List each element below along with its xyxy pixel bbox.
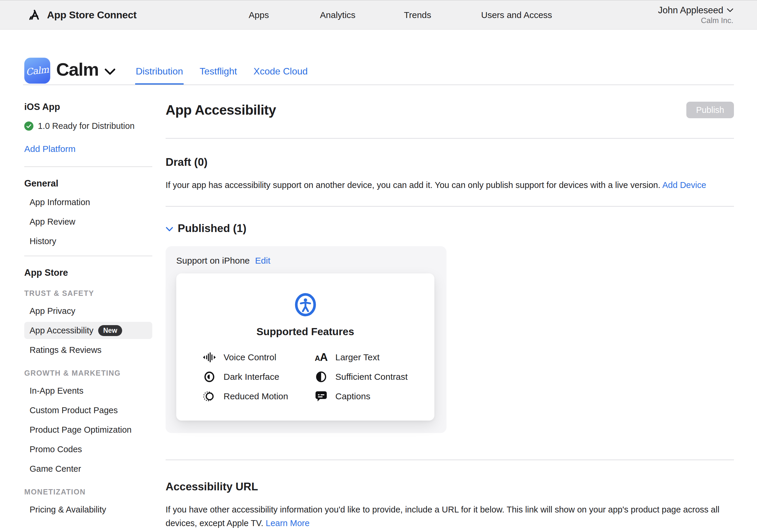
app-store-connect-window: App Store Connect Apps Analytics Trends … bbox=[0, 0, 757, 532]
version-status: 1.0 Ready for Distribution bbox=[24, 121, 152, 131]
page-header-row: App Accessibility Publish bbox=[166, 102, 734, 119]
sufficient-contrast-icon bbox=[314, 371, 328, 383]
tab-xcode-cloud[interactable]: Xcode Cloud bbox=[253, 66, 308, 85]
app-switcher[interactable]: Calm bbox=[56, 56, 116, 84]
version-status-label: 1.0 Ready for Distribution bbox=[38, 121, 135, 131]
feature-label: Reduced Motion bbox=[224, 391, 288, 401]
sidebar-growth-marketing-list: In-App Events Custom Product Pages Produ… bbox=[24, 381, 152, 479]
feature-reduced-motion: Reduced Motion bbox=[202, 390, 314, 403]
sidebar-item-game-center[interactable]: Game Center bbox=[24, 459, 152, 479]
feature-label: Sufficient Contrast bbox=[335, 372, 408, 382]
feature-voice-control: Voice Control bbox=[202, 351, 314, 364]
divider bbox=[24, 166, 152, 167]
sidebar-item-pricing-availability[interactable]: Pricing & Availability bbox=[24, 500, 152, 519]
edit-link[interactable]: Edit bbox=[255, 256, 271, 266]
nav-item-analytics[interactable]: Analytics bbox=[320, 1, 355, 29]
published-section-toggle[interactable]: Published (1) bbox=[166, 222, 734, 235]
captions-icon bbox=[314, 391, 328, 402]
sidebar-item-ratings-reviews[interactable]: Ratings & Reviews bbox=[24, 340, 152, 360]
app-icon-script: Calm bbox=[25, 64, 49, 77]
accessibility-url-description: If you have other accessibility informat… bbox=[166, 503, 734, 530]
support-row: Support on iPhone Edit bbox=[176, 256, 435, 266]
feature-label: Voice Control bbox=[224, 352, 276, 362]
sidebar-trust-safety-list: App Privacy App Accessibility New Rating… bbox=[24, 301, 152, 360]
chevron-down-icon bbox=[105, 68, 116, 75]
supported-features-title: Supported Features bbox=[176, 325, 435, 338]
calm-app-icon: Calm bbox=[24, 58, 50, 84]
divider bbox=[23, 84, 734, 85]
sidebar-item-label: App Accessibility bbox=[30, 326, 93, 336]
sidebar-item-app-information[interactable]: App Information bbox=[24, 192, 152, 212]
sidebar-item-history[interactable]: History bbox=[24, 231, 152, 251]
accessibility-url-text: If you have other accessibility informat… bbox=[166, 505, 719, 528]
feature-captions: Captions bbox=[314, 390, 435, 403]
chevron-down-icon bbox=[166, 227, 173, 232]
features-grid: Voice Control AA Larger Text bbox=[202, 351, 435, 403]
sidebar-item-app-privacy[interactable]: App Privacy bbox=[24, 301, 152, 321]
nav-item-trends[interactable]: Trends bbox=[404, 1, 431, 29]
feature-label: Captions bbox=[335, 391, 370, 401]
dark-interface-icon bbox=[202, 371, 217, 383]
new-badge: New bbox=[98, 325, 122, 336]
letter-a-small: A bbox=[315, 354, 320, 363]
user-name: John Appleseed bbox=[658, 5, 723, 16]
sidebar: iOS App 1.0 Ready for Distribution Add P… bbox=[24, 85, 152, 519]
app-section-tabs: Distribution Testflight Xcode Cloud bbox=[135, 66, 308, 85]
larger-text-icon: AA bbox=[314, 351, 328, 364]
draft-section-heading: Draft (0) bbox=[166, 156, 734, 169]
brand-title: App Store Connect bbox=[47, 9, 136, 21]
publish-button[interactable]: Publish bbox=[686, 102, 734, 118]
sidebar-platform-heading: iOS App bbox=[24, 102, 152, 112]
check-circle-icon bbox=[24, 122, 33, 131]
supported-features-card: Supported Features bbox=[176, 273, 435, 421]
feature-label: Larger Text bbox=[335, 352, 380, 362]
sidebar-app-store-heading: App Store bbox=[24, 267, 152, 278]
feature-label: Dark Interface bbox=[224, 372, 279, 382]
sidebar-group-trust-safety: TRUST & SAFETY bbox=[24, 289, 152, 298]
sidebar-item-app-accessibility[interactable]: App Accessibility New bbox=[24, 322, 152, 339]
sidebar-general-heading: General bbox=[24, 178, 152, 189]
sidebar-general-list: App Information App Review History bbox=[24, 192, 152, 251]
sidebar-monetization-list: Pricing & Availability bbox=[24, 500, 152, 519]
nav-item-users-and-access[interactable]: Users and Access bbox=[481, 1, 552, 29]
user-account-menu[interactable]: John Appleseed Calm Inc. bbox=[658, 5, 733, 25]
support-device-label: Support on iPhone bbox=[176, 256, 250, 266]
published-support-card: Support on iPhone Edit Supported Feature… bbox=[166, 246, 446, 433]
feature-larger-text: AA Larger Text bbox=[314, 351, 435, 364]
divider bbox=[166, 206, 734, 207]
divider bbox=[166, 459, 734, 460]
feature-sufficient-contrast: Sufficient Contrast bbox=[314, 370, 435, 383]
divider bbox=[166, 138, 734, 139]
sidebar-item-product-page-optimization[interactable]: Product Page Optimization bbox=[24, 420, 152, 439]
sidebar-item-custom-product-pages[interactable]: Custom Product Pages bbox=[24, 400, 152, 420]
draft-description-text: If your app has accessibility support on… bbox=[166, 180, 662, 190]
reduced-motion-icon bbox=[202, 390, 217, 402]
page-title: App Accessibility bbox=[166, 102, 276, 119]
draft-description: If your app has accessibility support on… bbox=[166, 178, 734, 192]
accessibility-icon bbox=[294, 292, 317, 317]
sidebar-group-monetization: MONETIZATION bbox=[24, 488, 152, 496]
accessibility-url-heading: Accessibility URL bbox=[166, 480, 734, 493]
app-header: Calm Calm Distribution Testflight Xcode … bbox=[0, 30, 757, 85]
add-platform-link[interactable]: Add Platform bbox=[24, 144, 76, 154]
divider bbox=[24, 256, 152, 256]
user-organization: Calm Inc. bbox=[658, 16, 733, 25]
app-store-connect-home-link[interactable]: App Store Connect bbox=[28, 8, 136, 22]
letter-a-big: A bbox=[320, 351, 328, 364]
app-name-title: Calm bbox=[56, 56, 99, 84]
sidebar-group-growth-marketing: GROWTH & MARKETING bbox=[24, 369, 152, 377]
page-body: iOS App 1.0 Ready for Distribution Add P… bbox=[0, 85, 757, 530]
add-device-link[interactable]: Add Device bbox=[662, 180, 706, 190]
top-navigation-bar: App Store Connect Apps Analytics Trends … bbox=[0, 0, 757, 30]
sidebar-item-app-review[interactable]: App Review bbox=[24, 212, 152, 231]
sidebar-item-promo-codes[interactable]: Promo Codes bbox=[24, 439, 152, 459]
tab-distribution[interactable]: Distribution bbox=[135, 66, 184, 85]
voice-control-icon bbox=[202, 351, 217, 363]
chevron-down-icon bbox=[727, 8, 733, 13]
learn-more-link[interactable]: Learn More bbox=[266, 518, 310, 528]
app-store-connect-logo-icon bbox=[28, 8, 42, 22]
nav-item-apps[interactable]: Apps bbox=[249, 1, 269, 29]
feature-dark-interface: Dark Interface bbox=[202, 370, 314, 383]
sidebar-item-in-app-events[interactable]: In-App Events bbox=[24, 381, 152, 400]
tab-testflight[interactable]: Testflight bbox=[199, 66, 237, 85]
